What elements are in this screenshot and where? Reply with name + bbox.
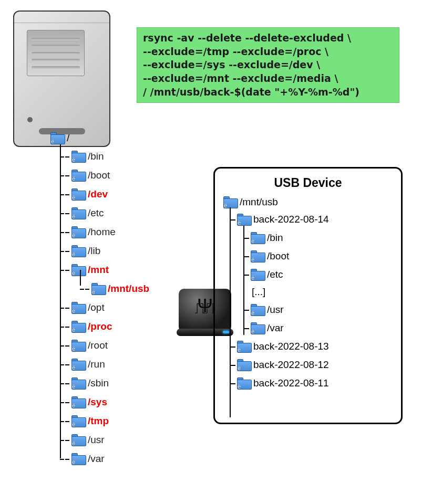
tree-item: ë/opt — [71, 298, 149, 317]
usb-device-panel: USB Device ë /mnt/usb ëback-2022-08-14ë/… — [213, 167, 403, 424]
folder-icon: ë — [71, 377, 85, 389]
rsync-command: rsync -av --delete --delete-excluded \ -… — [137, 27, 399, 103]
folder-icon: ë — [71, 151, 85, 162]
folder-icon: ë — [71, 226, 85, 238]
backup-label: back-2022-08-12 — [253, 359, 329, 371]
source-filesystem-tree: ë / ë/binë/bootë/devë/etcë/homeë/libë/mn… — [50, 132, 149, 468]
tree-item: ë/lib — [71, 242, 149, 260]
usb-root: ë /mnt/usb — [223, 196, 393, 208]
folder-icon: ë — [71, 264, 85, 276]
tree-item: ë/mnt/usb — [91, 279, 149, 298]
folder-icon: ë — [251, 322, 264, 334]
tree-item: ë/root — [71, 336, 149, 355]
drive-bays — [27, 30, 85, 76]
server-tower — [13, 10, 110, 147]
backup-subdir: ë/bin — [251, 228, 393, 247]
folder-icon: ë — [237, 214, 251, 225]
folder-icon: ë — [251, 269, 264, 280]
tree-label: /tmp — [88, 415, 109, 427]
folder-icon: ë — [251, 304, 264, 316]
usb-symbol-icon: ⎍⎍Ψ — [195, 298, 215, 318]
tree-item: ë/dev — [71, 185, 149, 204]
dir-label: /var — [267, 322, 284, 334]
folder-icon: ë — [71, 245, 85, 257]
tree-item: ë/tmp — [71, 412, 149, 430]
folder-icon: ë — [237, 377, 251, 389]
tree-label: /mnt — [88, 264, 109, 276]
tree-item: ë/var — [71, 449, 149, 468]
tree-item: ë/mnt — [71, 260, 149, 279]
tree-label: /sbin — [88, 377, 109, 389]
folder-icon: ë — [50, 132, 64, 144]
tree-item: ë/usr — [71, 430, 149, 449]
tree-label: /proc — [88, 321, 112, 332]
tree-item: ë/sys — [71, 393, 149, 412]
tree-item: ë/run — [71, 355, 149, 374]
tree-label: /boot — [88, 170, 110, 181]
folder-icon: ë — [71, 434, 85, 446]
backup-folder: ëback-2022-08-13 — [237, 337, 393, 355]
tree-label: /sys — [88, 396, 107, 408]
dir-label: /boot — [267, 250, 289, 262]
tree-item: ë/home — [71, 223, 149, 242]
tree-label: /usr — [88, 434, 105, 446]
backup-subdir: ë/etc — [251, 265, 393, 284]
usb-root-label: /mnt/usb — [240, 196, 278, 208]
folder-icon: ë — [71, 188, 85, 200]
tree-label: /run — [88, 359, 105, 370]
folder-icon: ë — [71, 415, 85, 427]
tree-label: /root — [88, 340, 108, 351]
folder-icon: ë — [71, 207, 85, 219]
folder-icon: ë — [71, 453, 85, 465]
backup-folder: ëback-2022-08-14 — [237, 210, 393, 228]
server-body — [13, 10, 110, 147]
tree-label: /dev — [88, 188, 108, 200]
tree-item: ë/proc — [71, 317, 149, 336]
backup-label: back-2022-08-11 — [253, 377, 329, 389]
tree-label: /etc — [88, 207, 104, 219]
tree-item: ë/bin — [71, 147, 149, 166]
tree-label: /bin — [88, 151, 104, 162]
cmd-line: rsync -av --delete --delete-excluded \ — [143, 32, 393, 45]
cmd-line: --exclude=/sys --exclude=/dev \ — [143, 58, 393, 72]
power-button-icon — [27, 117, 33, 122]
folder-icon: ë — [237, 359, 251, 371]
folder-icon: ë — [71, 302, 85, 313]
backup-subdir: ë/var — [251, 319, 393, 337]
tree-label: /var — [88, 453, 105, 465]
folder-icon: ë — [223, 196, 237, 208]
dir-label: /etc — [267, 269, 283, 280]
backup-folder: ëback-2022-08-11 — [237, 374, 393, 392]
tree-label: /opt — [88, 302, 105, 313]
tree-label: /lib — [88, 245, 100, 257]
root-label: / — [67, 132, 69, 144]
ellipsis: [...] — [252, 284, 393, 300]
cmd-line: / /mnt/usb/back-$(date "+%Y-%m-%d") — [143, 86, 393, 99]
tree-label: /mnt/usb — [108, 283, 149, 295]
tree-root: ë / — [50, 132, 149, 144]
dir-label: /bin — [267, 232, 283, 244]
backup-folder: ëback-2022-08-12 — [237, 355, 393, 374]
folder-icon: ë — [91, 283, 105, 295]
dir-label: /usr — [267, 304, 284, 316]
panel-title: USB Device — [223, 176, 393, 190]
tree-item: ë/etc — [71, 204, 149, 223]
folder-icon: ë — [251, 232, 264, 244]
tree-item: ë/sbin — [71, 374, 149, 393]
backup-subdir: ë/boot — [251, 247, 393, 265]
tree-item: ë/boot — [71, 166, 149, 185]
cmd-line: --exclude=/mnt --exclude=/media \ — [143, 72, 393, 86]
folder-icon: ë — [71, 396, 85, 408]
folder-icon: ë — [71, 340, 85, 351]
folder-icon: ë — [251, 250, 264, 262]
tree-label: /home — [88, 226, 116, 238]
folder-icon: ë — [71, 359, 85, 370]
folder-icon: ë — [237, 341, 251, 352]
folder-icon: ë — [71, 321, 85, 332]
backup-subdir: ë/usr — [251, 300, 393, 319]
folder-icon: ë — [71, 170, 85, 181]
backup-label: back-2022-08-14 — [253, 214, 329, 225]
cmd-line: --exclude=/tmp --exclude=/proc \ — [143, 45, 393, 59]
backup-label: back-2022-08-13 — [253, 341, 329, 352]
